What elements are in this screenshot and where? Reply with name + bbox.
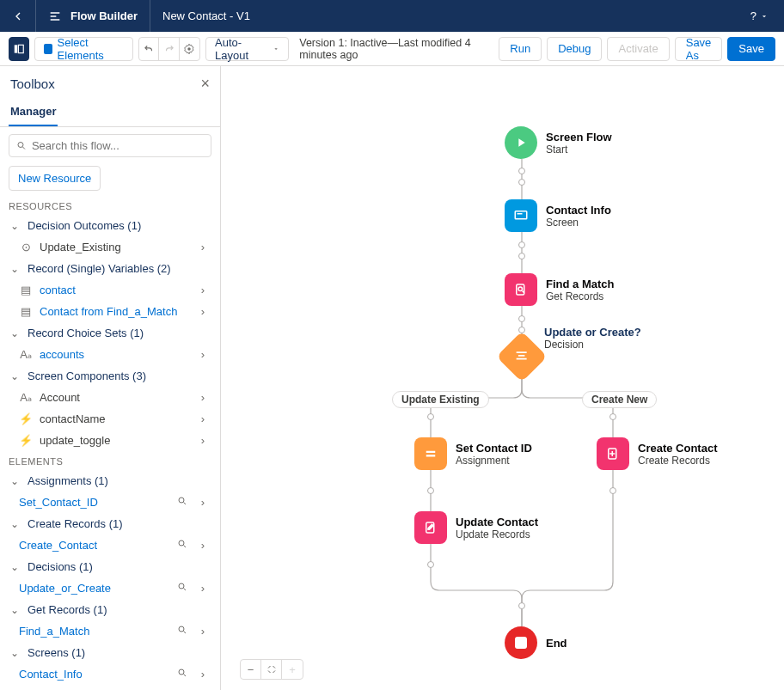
zoom-out-button[interactable]: − xyxy=(241,660,261,679)
node-update-contact[interactable]: Update Contact Update Records xyxy=(414,511,538,544)
node-title: Screen Flow xyxy=(546,131,612,143)
settings-button[interactable] xyxy=(180,38,199,60)
app-title-group: Flow Builder xyxy=(36,0,150,32)
category-assignments[interactable]: ⌄ Assignments (1) xyxy=(0,470,220,492)
node-set-contact-id[interactable]: Set Contact ID Assignment xyxy=(414,437,532,470)
back-button[interactable] xyxy=(0,0,36,32)
node-contact-info[interactable]: Contact Info Screen xyxy=(505,199,611,232)
chevron-right-icon[interactable]: › xyxy=(198,582,208,595)
save-button[interactable]: Save xyxy=(727,37,775,61)
connector-dot[interactable] xyxy=(609,487,616,494)
resource-item-update-toggle[interactable]: ⚡ update_toggle › xyxy=(0,430,220,451)
connector-dot[interactable] xyxy=(427,487,434,494)
connector-dot[interactable] xyxy=(609,413,616,420)
category-create-records[interactable]: ⌄ Create Records (1) xyxy=(0,513,220,534)
chevron-right-icon[interactable]: › xyxy=(198,496,208,509)
resource-item-contact-from-find[interactable]: ▤ Contact from Find_a_Match › xyxy=(0,301,220,322)
new-resource-button[interactable]: New Resource xyxy=(9,166,101,191)
category-get-records[interactable]: ⌄ Get Records (1) xyxy=(0,599,220,620)
layout-mode-label: Auto-Layout xyxy=(215,36,264,62)
category-label: Get Records (1) xyxy=(28,603,107,616)
svg-point-2 xyxy=(188,47,192,51)
chevron-right-icon[interactable]: › xyxy=(198,348,208,361)
flow-icon xyxy=(48,9,62,23)
search-input-wrapper[interactable] xyxy=(9,134,211,157)
category-record-variables[interactable]: ⌄ Record (Single) Variables (2) xyxy=(0,258,220,279)
element-item-contact-info[interactable]: Contact_Info › xyxy=(0,663,220,685)
resource-item-contactname[interactable]: ⚡ contactName › xyxy=(0,408,220,430)
node-end[interactable]: End xyxy=(505,626,567,659)
chevron-right-icon[interactable]: › xyxy=(198,284,208,296)
close-toolbox-button[interactable]: × xyxy=(200,75,210,93)
element-item-set-contact-id[interactable]: Set_Contact_ID › xyxy=(0,492,220,513)
redo-button[interactable] xyxy=(159,38,179,60)
chevron-right-icon[interactable]: › xyxy=(198,305,208,318)
node-subtitle: Decision xyxy=(544,339,641,351)
select-elements-label: Select Elements xyxy=(58,36,124,62)
category-screen-components[interactable]: ⌄ Screen Components (3) xyxy=(0,365,220,387)
toggle-toolbox-button[interactable] xyxy=(9,37,29,61)
node-update-or-create[interactable] xyxy=(504,339,540,375)
run-button[interactable]: Run xyxy=(499,37,542,61)
save-as-button[interactable]: Save As xyxy=(675,37,723,61)
node-decision-label: Update or Create? Decision xyxy=(544,326,641,351)
resource-item-contact[interactable]: ▤ contact › xyxy=(0,279,220,301)
chevron-down-icon: ⌄ xyxy=(9,475,21,487)
category-decisions[interactable]: ⌄ Decisions (1) xyxy=(0,556,220,577)
node-find-a-match[interactable]: Find a Match Get Records xyxy=(505,273,614,306)
branch-create-new[interactable]: Create New xyxy=(582,391,657,408)
search-icon[interactable] xyxy=(174,582,191,595)
connector-dot[interactable] xyxy=(518,241,525,248)
element-item-create-contact[interactable]: Create_Contact › xyxy=(0,534,220,556)
chevron-down-icon: ⌄ xyxy=(9,647,21,659)
connector-dot[interactable] xyxy=(518,179,525,186)
chevron-right-icon[interactable]: › xyxy=(198,668,208,681)
category-screens[interactable]: ⌄ Screens (1) xyxy=(0,642,220,663)
element-item-find-a-match[interactable]: Find_a_Match › xyxy=(0,620,220,642)
activate-button: Activate xyxy=(607,37,669,61)
flow-canvas[interactable]: Screen Flow Start Contact Info Screen Fi… xyxy=(221,66,784,690)
connector-dot[interactable] xyxy=(518,315,525,322)
item-label: Contact from Find_a_Match xyxy=(40,305,177,318)
chevron-right-icon[interactable]: › xyxy=(198,391,208,404)
zoom-in-button[interactable]: + xyxy=(282,660,303,679)
search-icon[interactable] xyxy=(174,668,191,681)
node-start[interactable]: Screen Flow Start xyxy=(505,126,612,159)
connector-dot[interactable] xyxy=(518,602,525,609)
chevron-right-icon[interactable]: › xyxy=(198,412,208,425)
resource-item-account[interactable]: Aₐ Account › xyxy=(0,387,220,408)
connector-dot[interactable] xyxy=(518,327,525,333)
chevron-right-icon[interactable]: › xyxy=(198,625,208,638)
category-record-choice-sets[interactable]: ⌄ Record Choice Sets (1) xyxy=(0,322,220,344)
connector-dot[interactable] xyxy=(518,253,525,260)
zoom-fit-button[interactable] xyxy=(261,660,282,679)
chevron-right-icon[interactable]: › xyxy=(198,539,208,552)
debug-button[interactable]: Debug xyxy=(547,37,602,61)
search-icon[interactable] xyxy=(174,625,191,638)
resource-item-accounts[interactable]: Aₐ accounts › xyxy=(0,344,220,365)
tab-manager[interactable]: Manager xyxy=(9,98,58,126)
connector-dot[interactable] xyxy=(518,168,525,174)
search-icon[interactable] xyxy=(174,496,191,509)
search-input[interactable] xyxy=(32,139,204,152)
layout-mode-dropdown[interactable]: Auto-Layout xyxy=(205,37,289,61)
chevron-down-icon: ⌄ xyxy=(9,263,21,275)
elements-section-label: ELEMENTS xyxy=(0,451,220,470)
branch-update-existing[interactable]: Update Existing xyxy=(392,391,489,408)
undo-button[interactable] xyxy=(139,38,159,60)
resource-item-update-existing[interactable]: ⊙ Update_Existing › xyxy=(0,236,220,258)
select-elements-button[interactable]: Select Elements xyxy=(34,37,133,61)
connector-dot[interactable] xyxy=(427,561,434,568)
category-update-records[interactable]: ⌄ Update Records (1) xyxy=(0,685,220,690)
category-decision-outcomes[interactable]: ⌄ Decision Outcomes (1) xyxy=(0,215,220,236)
chevron-right-icon[interactable]: › xyxy=(198,241,208,253)
item-label: contactName xyxy=(40,412,106,425)
help-button[interactable]: ? xyxy=(735,9,784,22)
connector-dot[interactable] xyxy=(427,413,434,420)
item-label: Update_Existing xyxy=(40,241,121,253)
element-item-update-or-create[interactable]: Update_or_Create › xyxy=(0,577,220,599)
chevron-down-icon: ⌄ xyxy=(9,327,21,339)
node-create-contact[interactable]: Create Contact Create Records xyxy=(597,437,717,470)
chevron-right-icon[interactable]: › xyxy=(198,434,208,447)
search-icon[interactable] xyxy=(174,539,191,552)
